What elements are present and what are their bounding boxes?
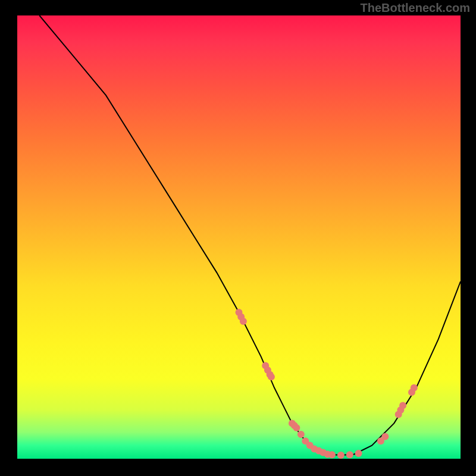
data-marker [337,452,345,459]
data-marker [293,424,300,431]
data-markers [236,309,418,459]
data-marker [346,451,353,458]
chart-plot-area [17,15,461,459]
data-marker [381,433,389,440]
chart-svg [17,15,461,459]
data-marker [411,384,418,392]
data-marker [240,318,247,325]
bottleneck-curve [39,15,461,455]
data-marker [355,450,362,457]
data-marker [268,373,275,380]
data-marker [328,451,336,458]
data-marker [399,402,406,409]
data-marker [298,431,305,438]
watermark-text: TheBottleneck.com [361,1,470,15]
